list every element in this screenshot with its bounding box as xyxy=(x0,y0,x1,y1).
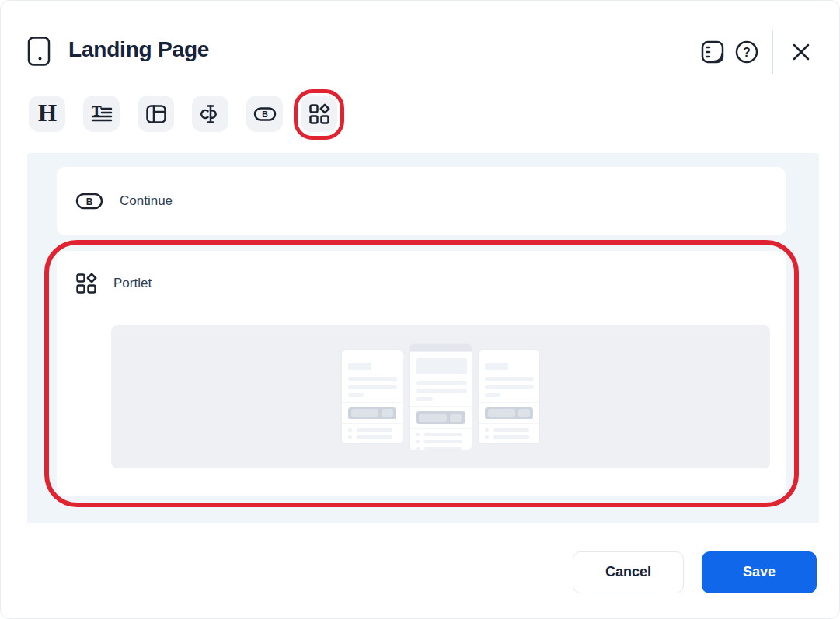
landing-page-modal: Landing Page xyxy=(0,0,840,619)
fragment-card-portlet[interactable]: Portlet xyxy=(57,251,786,496)
page-structure-panel: B Continue Portlet xyxy=(27,153,819,523)
fragment-card-continue[interactable]: B Continue xyxy=(57,167,786,235)
simulation-menu-button[interactable] xyxy=(695,35,730,69)
heading-icon: H xyxy=(36,103,59,126)
page-title: Landing Page xyxy=(68,37,209,62)
button-glyph: B xyxy=(86,196,93,207)
modal-footer: Cancel Save xyxy=(1,524,839,619)
button-icon: B xyxy=(75,192,103,210)
heading-glyph: H xyxy=(37,103,58,126)
close-icon xyxy=(790,41,812,63)
fragment-label: Continue xyxy=(120,193,173,209)
toolbar-button-input-field[interactable] xyxy=(192,96,228,132)
toolbar-button-text[interactable]: T xyxy=(83,96,120,132)
fragment-label: Portlet xyxy=(113,276,152,291)
table-icon xyxy=(145,103,167,125)
button-icon: B xyxy=(253,104,277,124)
header-actions: ? xyxy=(695,30,818,74)
button-glyph: B xyxy=(262,110,268,119)
toolbar-button-heading[interactable]: H xyxy=(29,96,65,132)
modal-header: Landing Page xyxy=(1,1,839,96)
page-device-icon xyxy=(27,36,51,67)
input-field-icon xyxy=(200,103,221,125)
portlet-icon xyxy=(75,273,97,294)
close-button[interactable] xyxy=(784,35,818,69)
toolbar-button-portlet[interactable] xyxy=(301,96,337,132)
help-button[interactable]: ? xyxy=(730,35,764,69)
text-icon: T xyxy=(91,103,113,125)
toolbar-button-button[interactable]: B xyxy=(246,96,283,132)
save-button[interactable]: Save xyxy=(702,551,817,593)
toolbar-button-table[interactable] xyxy=(138,96,174,132)
cancel-button[interactable]: Cancel xyxy=(573,551,684,593)
portlet-icon xyxy=(308,103,330,125)
header-divider xyxy=(772,30,773,74)
help-glyph: ? xyxy=(743,46,751,59)
preview-card-thumbnail-active xyxy=(409,343,472,450)
portlet-preview xyxy=(111,325,770,468)
fragment-toolbar: H T xyxy=(29,96,337,132)
preview-card-thumbnail xyxy=(478,349,540,444)
help-icon: ? xyxy=(734,40,759,64)
preview-card-thumbnail xyxy=(341,349,403,444)
simulation-menu-icon xyxy=(700,40,725,64)
